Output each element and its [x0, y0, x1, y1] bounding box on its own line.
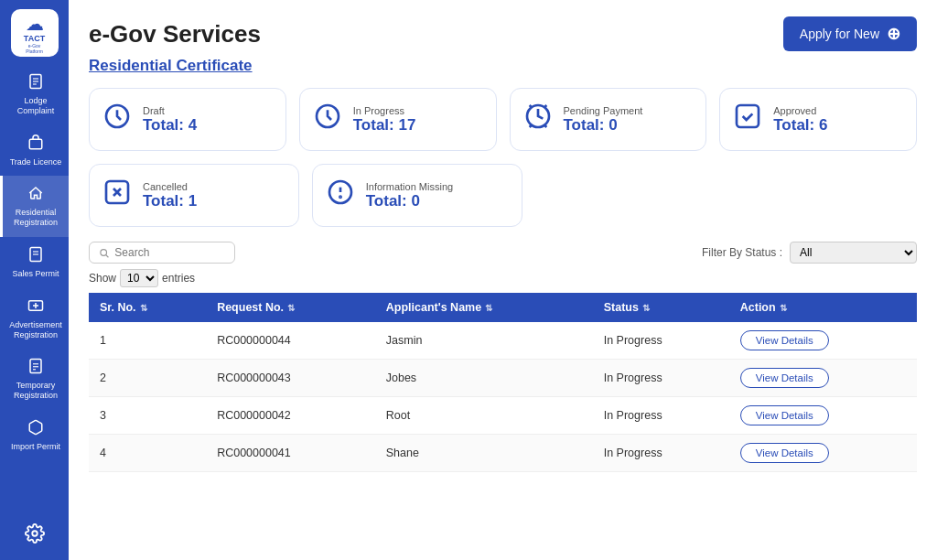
- subtitle: Residential Certificate: [89, 57, 917, 75]
- search-input[interactable]: [114, 246, 225, 259]
- sidebar-sales-permit-label: Sales Permit: [12, 269, 59, 279]
- lodge-complaint-icon: [27, 73, 44, 93]
- applications-table: Sr. No.⇅ Request No.⇅ Applicant's Name⇅ …: [89, 293, 917, 472]
- apply-btn-label: Apply for New: [800, 27, 879, 41]
- card-cancelled-label: Cancelled: [143, 181, 197, 192]
- cell-name: Jasmin: [375, 322, 593, 360]
- table-row: 4 RC000000041 Shane In Progress View Det…: [89, 435, 917, 472]
- cancelled-icon: [102, 178, 132, 213]
- svg-rect-17: [737, 105, 759, 127]
- sort-req-icon: ⇅: [287, 303, 295, 313]
- cell-sr: 2: [89, 360, 206, 397]
- table-row: 1 RC000000044 Jasmin In Progress View De…: [89, 322, 917, 360]
- card-approved[interactable]: Approved Total: 6: [719, 88, 917, 151]
- apply-for-new-button[interactable]: Apply for New ⊕: [783, 16, 917, 51]
- search-box[interactable]: [89, 242, 235, 264]
- cell-action: View Details: [729, 397, 917, 435]
- card-approved-label: Approved: [773, 105, 827, 116]
- sidebar-item-trade-licence[interactable]: Trade Licence: [0, 125, 69, 177]
- logo-sub: e-GovPlatform: [26, 43, 43, 54]
- card-approved-value: Total: 6: [773, 116, 827, 135]
- cell-name: Shane: [375, 435, 593, 472]
- cell-status: In Progress: [593, 397, 729, 435]
- card-draft-value: Total: 4: [143, 116, 197, 135]
- sort-action-icon: ⇅: [780, 303, 787, 313]
- card-pending-payment[interactable]: Pending Payment Total: 0: [510, 88, 707, 151]
- cell-status: In Progress: [593, 360, 729, 397]
- trade-licence-icon: [27, 135, 44, 155]
- information-missing-icon: [326, 178, 355, 213]
- sidebar-item-lodge-complaint[interactable]: Lodge Complaint: [0, 64, 69, 125]
- cell-status: In Progress: [593, 435, 729, 472]
- sidebar-item-temporary-registration[interactable]: Temporary Registration: [0, 349, 69, 410]
- card-in-progress[interactable]: In Progress Total: 17: [299, 88, 497, 151]
- card-in-progress-label: In Progress: [353, 105, 416, 116]
- show-count-select[interactable]: 10 25 50: [120, 269, 158, 287]
- sidebar-temporary-label: Temporary Registration: [6, 381, 65, 401]
- filter-status-select[interactable]: All Draft In Progress Pending Payment Ap…: [790, 242, 917, 264]
- card-draft[interactable]: Draft Total: 4: [89, 88, 286, 151]
- cell-name: Root: [375, 397, 593, 435]
- draft-icon: [102, 102, 132, 137]
- table-header-row: Sr. No.⇅ Request No.⇅ Applicant's Name⇅ …: [89, 293, 917, 322]
- advertisement-icon: [27, 297, 44, 318]
- card-information-missing[interactable]: Information Missing Total: 0: [312, 164, 522, 227]
- cell-action: View Details: [729, 322, 917, 360]
- show-label: Show: [89, 272, 116, 285]
- card-cancelled[interactable]: Cancelled Total: 1: [89, 164, 299, 227]
- svg-point-13: [32, 531, 38, 536]
- logo-text: TACT: [24, 35, 45, 43]
- sort-sr-icon: ⇅: [140, 303, 147, 313]
- table-row: 3 RC000000042 Root In Progress View Deta…: [89, 397, 917, 435]
- sidebar-import-permit-label: Import Permit: [11, 442, 60, 452]
- cell-request-no: RC000000044: [206, 322, 375, 360]
- settings-button[interactable]: [25, 523, 45, 549]
- svg-line-23: [106, 254, 109, 257]
- sidebar-residential-label: Residential Registration: [6, 208, 65, 228]
- view-details-button[interactable]: View Details: [740, 368, 829, 388]
- cell-action: View Details: [729, 435, 917, 472]
- cell-sr: 1: [89, 322, 206, 360]
- col-sr-no: Sr. No.⇅: [89, 293, 206, 322]
- temporary-icon: [27, 358, 44, 378]
- svg-rect-4: [29, 139, 42, 149]
- col-action: Action⇅: [729, 293, 917, 322]
- sidebar-item-residential-registration[interactable]: Residential Registration: [0, 176, 69, 237]
- search-icon: [99, 247, 109, 259]
- svg-rect-9: [30, 360, 41, 373]
- pending-payment-icon: [523, 102, 553, 137]
- entries-label: entries: [162, 272, 195, 285]
- residential-icon: [27, 185, 44, 205]
- col-request-no: Request No.⇅: [206, 293, 375, 322]
- cell-request-no: RC000000043: [206, 360, 375, 397]
- import-permit-icon: [27, 419, 44, 439]
- cell-status: In Progress: [593, 322, 729, 360]
- filter-row: Filter By Status : All Draft In Progress…: [702, 242, 917, 264]
- table-controls: Filter By Status : All Draft In Progress…: [89, 242, 917, 264]
- card-info-missing-label: Information Missing: [366, 181, 453, 192]
- sidebar-trade-licence-label: Trade Licence: [10, 157, 62, 167]
- sidebar-item-import-permit[interactable]: Import Permit: [0, 410, 69, 461]
- card-in-progress-value: Total: 17: [353, 116, 416, 135]
- view-details-button[interactable]: View Details: [740, 443, 829, 463]
- col-status: Status⇅: [593, 293, 729, 322]
- app-logo: ☁ TACT e-GovPlatform: [11, 9, 59, 57]
- card-draft-label: Draft: [143, 105, 197, 116]
- in-progress-icon: [313, 102, 342, 137]
- view-details-button[interactable]: View Details: [740, 330, 829, 350]
- card-pending-payment-value: Total: 0: [564, 116, 643, 135]
- cell-sr: 3: [89, 397, 206, 435]
- status-cards-row1: Draft Total: 4 In Progress Total: 17 Pen…: [89, 88, 917, 151]
- col-applicants-name: Applicant's Name⇅: [375, 293, 593, 322]
- header-row: e-Gov Services Apply for New ⊕: [89, 16, 917, 51]
- filter-label: Filter By Status :: [702, 246, 782, 259]
- sidebar-item-sales-permit[interactable]: Sales Permit: [0, 237, 69, 288]
- cell-sr: 4: [89, 435, 206, 472]
- svg-point-22: [101, 249, 107, 255]
- sidebar-item-advertisement-registration[interactable]: Advertisement Registration: [0, 288, 69, 350]
- show-entries-row: Show 10 25 50 entries: [89, 269, 917, 287]
- view-details-button[interactable]: View Details: [740, 405, 829, 425]
- status-cards-row2: Cancelled Total: 1 Information Missing T…: [89, 164, 917, 227]
- sidebar-lodge-complaint-label: Lodge Complaint: [6, 96, 65, 116]
- plus-icon: ⊕: [887, 24, 900, 44]
